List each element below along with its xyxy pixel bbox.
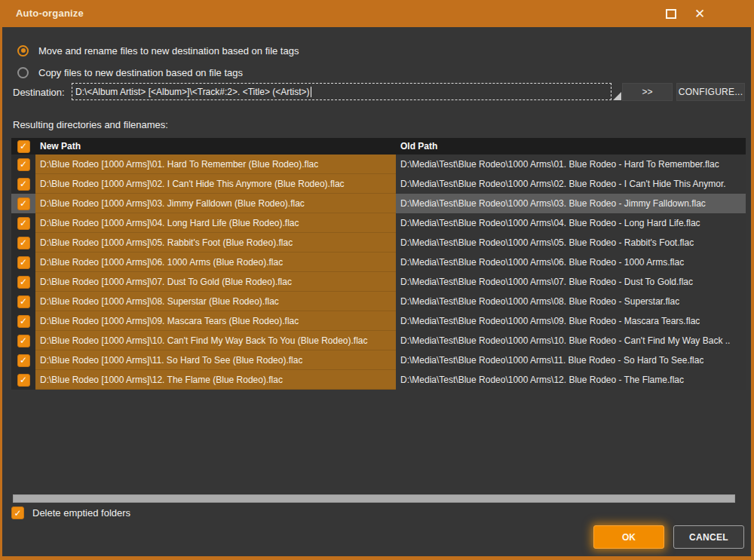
old-path-cell[interactable]: D:\Media\Test\Blue Rodeo\1000 Arms\08. B… — [396, 292, 746, 311]
new-path-text: D:\Blue Rodeo [1000 Arms]\02. I Can't Hi… — [40, 179, 345, 189]
new-path-cell[interactable]: D:\Blue Rodeo [1000 Arms]\03. Jimmy Fall… — [35, 194, 396, 213]
ok-button[interactable]: OK — [593, 525, 664, 549]
expand-button[interactable]: >> — [622, 83, 673, 101]
row-checkbox[interactable]: ✓ — [17, 354, 30, 367]
new-path-text: D:\Blue Rodeo [1000 Arms]\06. 1000 Arms … — [40, 257, 283, 268]
table-row[interactable]: ✓ D:\Blue Rodeo [1000 Arms]\01. Hard To … — [11, 155, 746, 174]
row-checkbox[interactable]: ✓ — [17, 197, 30, 210]
new-path-cell[interactable]: D:\Blue Rodeo [1000 Arms]\08. Superstar … — [35, 292, 396, 311]
row-checkbox[interactable]: ✓ — [17, 217, 30, 230]
old-path-cell[interactable]: D:\Media\Test\Blue Rodeo\1000 Arms\01. B… — [396, 155, 746, 174]
old-path-cell[interactable]: D:\Media\Test\Blue Rodeo\1000 Arms\06. B… — [396, 252, 746, 272]
horizontal-scrollbar-thumb[interactable] — [13, 494, 735, 503]
table-row[interactable]: ✓ D:\Blue Rodeo [1000 Arms]\12. The Flam… — [11, 370, 746, 390]
table-row[interactable]: ✓ D:\Blue Rodeo [1000 Arms]\07. Dust To … — [11, 272, 746, 292]
table-row[interactable]: ✓ D:\Blue Rodeo [1000 Arms]\08. Supersta… — [11, 292, 746, 311]
column-header-new-path[interactable]: New Path — [35, 141, 396, 151]
destination-resize-grip[interactable] — [613, 92, 621, 100]
row-checkbox-cell[interactable]: ✓ — [11, 213, 35, 233]
new-path-cell[interactable]: D:\Blue Rodeo [1000 Arms]\12. The Flame … — [35, 370, 396, 390]
old-path-cell[interactable]: D:\Media\Test\Blue Rodeo\1000 Arms\07. B… — [396, 272, 746, 292]
row-checkbox[interactable]: ✓ — [17, 276, 30, 289]
cancel-button[interactable]: CANCEL — [673, 525, 744, 549]
table-row[interactable]: ✓ D:\Blue Rodeo [1000 Arms]\05. Rabbit's… — [11, 233, 746, 252]
row-checkbox-cell[interactable]: ✓ — [11, 252, 35, 272]
old-path-cell[interactable]: D:\Media\Test\Blue Rodeo\1000 Arms\04. B… — [396, 213, 746, 233]
row-checkbox[interactable]: ✓ — [17, 374, 30, 387]
new-path-cell[interactable]: D:\Blue Rodeo [1000 Arms]\07. Dust To Go… — [35, 272, 396, 292]
old-path-cell[interactable]: D:\Media\Test\Blue Rodeo\1000 Arms\03. B… — [396, 194, 746, 213]
row-checkbox-cell[interactable]: ✓ — [11, 174, 35, 194]
configure-button[interactable]: CONFIGURE... — [676, 83, 745, 101]
new-path-cell[interactable]: D:\Blue Rodeo [1000 Arms]\05. Rabbit's F… — [35, 233, 396, 252]
row-checkbox[interactable]: ✓ — [17, 237, 30, 249]
table-row[interactable]: ✓ D:\Blue Rodeo [1000 Arms]\06. 1000 Arm… — [11, 252, 746, 272]
old-path-cell[interactable]: D:\Media\Test\Blue Rodeo\1000 Arms\11. B… — [396, 350, 746, 370]
delete-emptied-folders-option[interactable]: ✓ Delete emptied folders — [11, 506, 130, 519]
new-path-cell[interactable]: D:\Blue Rodeo [1000 Arms]\11. So Hard To… — [35, 350, 396, 370]
row-checkbox-cell[interactable]: ✓ — [11, 370, 35, 390]
copy-radio[interactable] — [17, 67, 29, 78]
header-checkbox-cell[interactable]: ✓ — [11, 140, 35, 153]
check-icon: ✓ — [20, 297, 27, 306]
check-icon: ✓ — [20, 219, 27, 228]
delete-folders-checkbox[interactable]: ✓ — [11, 506, 24, 519]
old-path-cell[interactable]: D:\Media\Test\Blue Rodeo\1000 Arms\02. B… — [396, 174, 746, 194]
new-path-cell[interactable]: D:\Blue Rodeo [1000 Arms]\01. Hard To Re… — [35, 155, 396, 174]
row-checkbox-cell[interactable]: ✓ — [11, 331, 35, 350]
maximize-button[interactable] — [664, 7, 679, 20]
check-icon: ✓ — [20, 277, 27, 286]
table-row[interactable]: ✓ D:\Blue Rodeo [1000 Arms]\03. Jimmy Fa… — [11, 194, 746, 213]
row-checkbox-cell[interactable]: ✓ — [11, 194, 35, 213]
old-path-text: D:\Media\Test\Blue Rodeo\1000 Arms\02. B… — [400, 179, 726, 189]
row-checkbox[interactable]: ✓ — [17, 158, 30, 171]
check-icon: ✓ — [20, 199, 27, 208]
delete-folders-label: Delete emptied folders — [32, 507, 130, 519]
row-checkbox-cell[interactable]: ✓ — [11, 155, 35, 174]
row-checkbox-cell[interactable]: ✓ — [11, 350, 35, 370]
row-checkbox[interactable]: ✓ — [17, 178, 30, 191]
old-path-cell[interactable]: D:\Media\Test\Blue Rodeo\1000 Arms\12. B… — [396, 370, 746, 390]
maximize-icon — [666, 9, 676, 19]
table-row[interactable]: ✓ D:\Blue Rodeo [1000 Arms]\11. So Hard … — [11, 350, 746, 370]
move-radio[interactable] — [17, 45, 29, 57]
copy-radio-label: Copy files to new destination based on f… — [38, 67, 243, 78]
check-icon: ✓ — [20, 356, 27, 365]
old-path-text: D:\Media\Test\Blue Rodeo\1000 Arms\10. B… — [400, 335, 730, 346]
destination-input[interactable]: D:\<Album Artist> [<Album>]\<Track#:2>. … — [72, 83, 611, 100]
row-checkbox-cell[interactable]: ✓ — [11, 272, 35, 292]
column-header-old-path[interactable]: Old Path — [396, 141, 746, 151]
close-button[interactable]: ✕ — [692, 7, 707, 20]
new-path-cell[interactable]: D:\Blue Rodeo [1000 Arms]\09. Mascara Te… — [35, 311, 396, 331]
new-path-text: D:\Blue Rodeo [1000 Arms]\09. Mascara Te… — [40, 316, 299, 326]
table-row[interactable]: ✓ D:\Blue Rodeo [1000 Arms]\04. Long Har… — [11, 213, 746, 233]
check-icon: ✓ — [20, 142, 27, 151]
table-body: ✓ D:\Blue Rodeo [1000 Arms]\01. Hard To … — [11, 155, 746, 390]
old-path-cell[interactable]: D:\Media\Test\Blue Rodeo\1000 Arms\09. B… — [396, 311, 746, 331]
row-checkbox[interactable]: ✓ — [17, 256, 30, 269]
row-checkbox[interactable]: ✓ — [17, 315, 30, 328]
row-checkbox-cell[interactable]: ✓ — [11, 233, 35, 252]
move-radio-label: Move and rename files to new destination… — [38, 45, 299, 57]
row-checkbox-cell[interactable]: ✓ — [11, 292, 35, 311]
new-path-cell[interactable]: D:\Blue Rodeo [1000 Arms]\10. Can't Find… — [35, 331, 396, 350]
new-path-cell[interactable]: D:\Blue Rodeo [1000 Arms]\06. 1000 Arms … — [35, 252, 396, 272]
check-icon: ✓ — [20, 375, 27, 384]
old-path-text: D:\Media\Test\Blue Rodeo\1000 Arms\06. B… — [400, 257, 684, 268]
check-icon: ✓ — [20, 238, 27, 247]
option-move[interactable]: Move and rename files to new destination… — [17, 44, 299, 57]
row-checkbox-cell[interactable]: ✓ — [11, 311, 35, 331]
table-row[interactable]: ✓ D:\Blue Rodeo [1000 Arms]\09. Mascara … — [11, 311, 746, 331]
header-checkbox[interactable]: ✓ — [17, 140, 30, 153]
old-path-cell[interactable]: D:\Media\Test\Blue Rodeo\1000 Arms\10. B… — [396, 331, 746, 350]
new-path-cell[interactable]: D:\Blue Rodeo [1000 Arms]\04. Long Hard … — [35, 213, 396, 233]
row-checkbox[interactable]: ✓ — [17, 335, 30, 347]
table-row[interactable]: ✓ D:\Blue Rodeo [1000 Arms]\02. I Can't … — [11, 174, 746, 194]
old-path-cell[interactable]: D:\Media\Test\Blue Rodeo\1000 Arms\05. B… — [396, 233, 746, 252]
row-checkbox[interactable]: ✓ — [17, 295, 30, 308]
destination-value: D:\<Album Artist> [<Album>]\<Track#:2>. … — [75, 87, 310, 97]
option-copy[interactable]: Copy files to new destination based on f… — [17, 66, 243, 78]
table-row[interactable]: ✓ D:\Blue Rodeo [1000 Arms]\10. Can't Fi… — [11, 331, 746, 350]
new-path-cell[interactable]: D:\Blue Rodeo [1000 Arms]\02. I Can't Hi… — [35, 174, 396, 194]
new-path-text: D:\Blue Rodeo [1000 Arms]\07. Dust To Go… — [40, 277, 292, 287]
